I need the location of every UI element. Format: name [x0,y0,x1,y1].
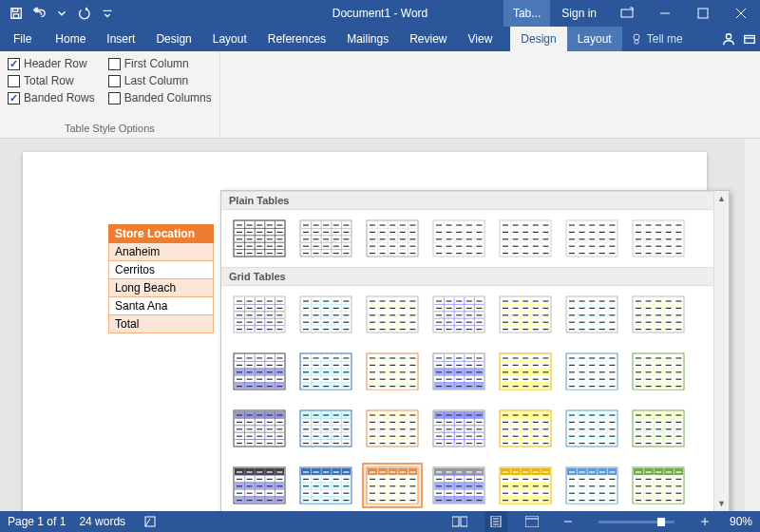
banded-rows-checkbox[interactable]: Banded Rows [8,91,95,104]
tab-mailings[interactable]: Mailings [336,27,399,51]
web-layout-button[interactable] [521,511,543,532]
table-style-thumb[interactable] [561,292,622,337]
table-style-thumb[interactable] [495,406,556,451]
table-style-thumb[interactable] [229,216,290,261]
table-style-thumb[interactable] [295,349,356,394]
tab-references[interactable]: References [257,27,336,51]
table-style-thumb[interactable] [561,349,622,394]
table-tools-context-tab[interactable]: Tab... [504,0,550,27]
gallery-row [221,286,729,343]
zoom-in-button[interactable] [694,511,716,532]
table-style-thumb[interactable] [561,463,622,508]
account-icon[interactable] [718,28,739,49]
table-cell[interactable]: Anaheim [109,243,214,261]
save-button[interactable] [6,3,27,24]
gallery-row [221,400,729,457]
qat-customize-icon[interactable] [97,3,118,24]
tab-layout[interactable]: Layout [202,27,257,51]
table-style-thumb[interactable] [428,406,489,451]
zoom-slider[interactable] [598,521,674,523]
vertical-scrollbar[interactable] [745,139,760,511]
table-header-cell[interactable]: Store Location [109,225,214,243]
table-style-thumb[interactable] [561,406,622,451]
table-style-thumb[interactable] [229,406,290,451]
table-style-thumb[interactable] [295,406,356,451]
undo-dropdown-icon[interactable] [51,3,72,24]
last-column-checkbox[interactable]: Last Column [108,74,212,87]
svg-rect-3 [621,10,633,17]
table-style-thumb[interactable] [495,292,556,337]
table-style-thumb[interactable] [295,463,356,508]
read-mode-button[interactable] [448,511,471,532]
page-indicator[interactable]: Page 1 of 1 [8,515,66,528]
print-layout-button[interactable] [484,511,507,532]
banded-columns-checkbox[interactable]: Banded Columns [108,91,212,104]
table-style-thumb[interactable] [495,463,556,508]
table-style-thumb[interactable] [229,292,290,337]
svg-rect-8 [745,36,755,44]
ribbon-display-options-button[interactable] [608,0,646,27]
maximize-button[interactable] [684,0,722,27]
gallery-scrollbar[interactable]: ▲ ▼ [713,191,729,511]
close-button[interactable] [722,0,760,27]
zoom-level[interactable]: 90% [730,515,752,528]
sign-in-link[interactable]: Sign in [550,7,608,20]
tab-file[interactable]: File [0,27,45,51]
table-row: Long Beach [109,279,214,297]
table-style-thumb[interactable] [362,349,423,394]
table-cell[interactable]: Santa Ana [109,297,214,315]
undo-button[interactable] [28,3,49,24]
table-style-thumb[interactable] [295,216,356,261]
table-cell[interactable]: Total [109,315,214,333]
table-style-thumb[interactable] [628,463,689,508]
ribbon: Header Row Total Row Banded Rows First C… [0,51,760,139]
table-style-thumb[interactable] [628,216,689,261]
minimize-button[interactable] [646,0,684,27]
tell-me-search[interactable]: Tell me [622,32,691,46]
table-style-thumb[interactable] [362,463,423,508]
tab-view[interactable]: View [458,27,504,51]
table-style-thumb[interactable] [229,463,290,508]
table-style-thumb[interactable] [428,463,489,508]
table-style-thumb[interactable] [495,349,556,394]
tab-insert[interactable]: Insert [96,27,145,51]
table-style-thumb[interactable] [628,292,689,337]
tab-table-layout[interactable]: Layout [567,27,622,51]
document-area[interactable]: Store Location Anaheim Cerritos Long Bea… [0,139,760,511]
table-cell[interactable]: Cerritos [109,261,214,279]
tab-review[interactable]: Review [399,27,457,51]
table-style-thumb[interactable] [628,406,689,451]
table-style-thumb[interactable] [428,349,489,394]
total-row-checkbox[interactable]: Total Row [8,74,95,87]
zoom-out-button[interactable] [557,511,580,532]
status-bar: Page 1 of 1 24 words 90% [0,511,760,532]
table-style-thumb[interactable] [229,349,290,394]
scroll-up-icon[interactable]: ▲ [714,191,729,206]
tab-home[interactable]: Home [45,27,96,51]
gallery-row [221,457,729,511]
tab-design[interactable]: Design [145,27,201,51]
checkbox-icon [8,75,20,87]
table-style-thumb[interactable] [362,292,423,337]
share-button[interactable] [739,28,760,49]
word-count[interactable]: 24 words [79,515,125,528]
table-style-thumb[interactable] [495,216,556,261]
table-style-thumb[interactable] [295,292,356,337]
table-style-thumb[interactable] [362,216,423,261]
svg-point-5 [634,34,639,40]
table-row: Cerritos [109,261,214,279]
table-cell[interactable]: Long Beach [109,279,214,297]
tab-table-design[interactable]: Design [510,27,566,51]
redo-button[interactable] [74,3,95,24]
first-column-checkbox[interactable]: First Column [108,57,212,70]
spell-check-icon[interactable] [139,511,162,532]
svg-point-7 [726,34,731,39]
table-style-thumb[interactable] [628,349,689,394]
table-style-thumb[interactable] [428,292,489,337]
table-style-thumb[interactable] [561,216,622,261]
scroll-down-icon[interactable]: ▼ [714,496,729,511]
header-row-checkbox[interactable]: Header Row [8,57,95,70]
table-style-thumb[interactable] [362,406,423,451]
document-table[interactable]: Store Location Anaheim Cerritos Long Bea… [108,224,214,333]
table-style-thumb[interactable] [428,216,489,261]
